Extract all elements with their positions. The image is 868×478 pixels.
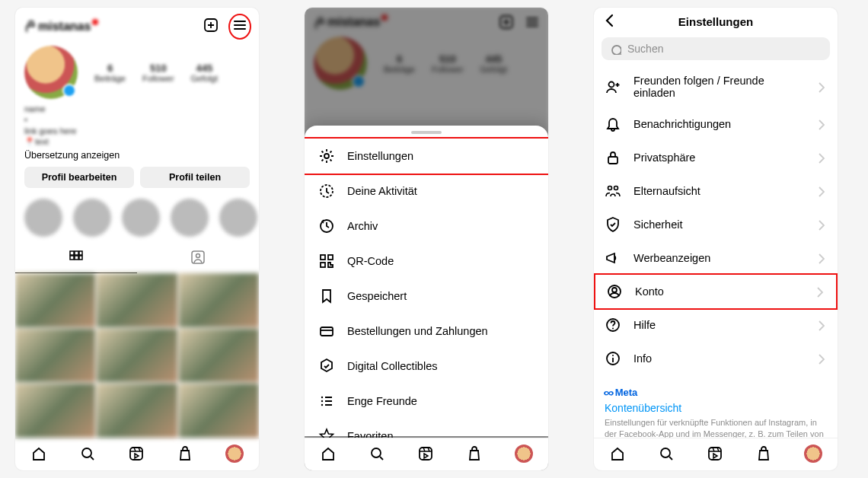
nav-search-icon[interactable] <box>369 445 387 462</box>
nav-search-icon[interactable] <box>79 445 97 462</box>
back-icon[interactable] <box>602 12 618 32</box>
settings-row-help[interactable]: Hilfe <box>594 308 838 342</box>
family-icon <box>605 183 621 199</box>
archive-icon <box>318 218 335 234</box>
chevron-right-icon <box>812 284 825 300</box>
settings-row-label: Konto <box>635 285 664 298</box>
chevron-right-icon <box>813 150 827 166</box>
settings-row-label: Privatsphäre <box>633 151 695 164</box>
bookmark-icon <box>318 288 335 304</box>
menu-item-hex[interactable]: Digital Collectibles <box>305 349 548 384</box>
verified-badge <box>62 84 76 97</box>
settings-row-personplus[interactable]: Freunden folgen / Freunde einladen <box>594 66 838 107</box>
settings-row-label: Sicherheit <box>633 218 682 231</box>
nav-shop-icon[interactable] <box>466 445 484 462</box>
menu-item-label: Deine Aktivität <box>347 185 417 197</box>
nav-home-icon[interactable] <box>30 445 49 462</box>
settings-row-family[interactable]: Elternaufsicht <box>594 174 838 208</box>
stat-posts[interactable]: 6Beiträge <box>94 62 126 83</box>
tab-grid[interactable] <box>15 244 137 273</box>
settings-row-lock[interactable]: Privatsphäre <box>594 141 838 174</box>
chevron-right-icon <box>813 79 827 95</box>
settings-row-label: Elternaufsicht <box>633 185 700 197</box>
info-icon <box>605 350 621 367</box>
create-icon[interactable] <box>203 17 219 37</box>
menu-item-card[interactable]: Bestellungen und Zahlungen <box>305 314 548 349</box>
profile-header: mistanas <box>15 8 259 46</box>
settings-row-label: Freunden folgen / Freunde einladen <box>633 75 801 99</box>
menu-item-activity[interactable]: Deine Aktivität <box>305 174 548 209</box>
settings-list: Freunden folgen / Freunde einladenBenach… <box>594 66 838 438</box>
chevron-right-icon <box>813 250 827 266</box>
bottom-nav <box>15 438 259 470</box>
menu-item-label: Enge Freunde <box>347 395 417 407</box>
screen-settings: Einstellungen Suchen Freunden folgen / F… <box>594 8 838 470</box>
menu-item-bookmark[interactable]: Gespeichert <box>305 279 548 314</box>
meta-description: Einstellungen für verknüpfte Funktionen … <box>605 417 827 438</box>
nav-home-icon[interactable] <box>609 445 627 462</box>
settings-row-label: Hilfe <box>633 319 656 331</box>
meta-logo: Meta <box>605 386 827 399</box>
chevron-right-icon <box>813 116 827 132</box>
bottom-nav <box>305 438 548 470</box>
menu-item-label: Archiv <box>347 220 378 232</box>
menu-item-archive[interactable]: Archiv <box>305 209 548 244</box>
menu-item-gear[interactable]: Einstellungen <box>305 137 548 175</box>
nav-shop-icon[interactable] <box>755 445 774 462</box>
card-icon <box>318 323 335 339</box>
settings-row-account[interactable]: Konto <box>594 273 838 310</box>
highlights-row[interactable] <box>15 196 259 244</box>
settings-row-megaphone[interactable]: Werbeanzeigen <box>594 241 838 275</box>
hex-icon <box>318 358 335 374</box>
username-dropdown[interactable]: mistanas <box>23 18 100 35</box>
account-overview-link[interactable]: Kontenübersicht <box>605 399 827 417</box>
account-icon <box>606 283 623 300</box>
megaphone-icon <box>605 250 621 266</box>
translate-link[interactable]: Übersetzung anzeigen <box>15 147 259 167</box>
settings-row-shield[interactable]: Sicherheit <box>594 208 838 241</box>
stat-following[interactable]: 445Gefolgt <box>191 62 218 83</box>
settings-row-label: Werbeanzeigen <box>633 252 710 264</box>
bottom-nav <box>594 438 838 470</box>
bell-icon <box>605 116 621 132</box>
chevron-right-icon <box>813 351 827 367</box>
lock-icon <box>605 149 621 166</box>
personplus-icon <box>605 78 621 95</box>
menu-item-label: QR-Code <box>347 255 394 267</box>
menu-item-label: Einstellungen <box>347 150 413 162</box>
nav-profile-avatar[interactable] <box>225 445 244 463</box>
sheet-handle[interactable] <box>411 131 442 134</box>
settings-row-bell[interactable]: Benachrichtigungen <box>594 107 838 141</box>
settings-row-info[interactable]: Info <box>594 342 838 375</box>
profile-stats-row: 6Beiträge 510Follower 445Gefolgt <box>15 46 259 104</box>
qr-icon <box>318 253 335 269</box>
nav-shop-icon[interactable] <box>177 445 195 462</box>
posts-grid[interactable] <box>15 273 259 438</box>
edit-profile-button[interactable]: Profil bearbeiten <box>24 167 134 188</box>
menu-item-qr[interactable]: QR-Code <box>305 244 548 279</box>
username-text: mistanas <box>38 20 91 33</box>
hamburger-menu-icon[interactable] <box>228 14 251 40</box>
share-profile-button[interactable]: Profil teilen <box>140 167 250 188</box>
profile-tabs <box>15 244 259 273</box>
nav-home-icon[interactable] <box>320 445 338 462</box>
settings-title: Einstellungen <box>678 15 753 28</box>
settings-header: Einstellungen <box>594 8 838 34</box>
activity-icon <box>318 183 335 199</box>
nav-reels-icon[interactable] <box>417 445 436 462</box>
chevron-right-icon <box>813 217 827 233</box>
menu-item-label: Gespeichert <box>347 290 407 302</box>
stat-followers[interactable]: 510Follower <box>142 62 174 83</box>
nav-profile-avatar[interactable] <box>804 445 822 463</box>
profile-avatar[interactable] <box>24 46 78 99</box>
bottom-sheet: EinstellungenDeine AktivitätArchivQR-Cod… <box>305 126 548 436</box>
nav-search-icon[interactable] <box>658 445 676 462</box>
tab-tagged[interactable] <box>137 244 259 273</box>
nav-reels-icon[interactable] <box>128 445 146 462</box>
notification-dot <box>92 19 98 25</box>
menu-item-list[interactable]: Enge Freunde <box>305 384 548 419</box>
help-icon <box>605 317 621 333</box>
nav-reels-icon[interactable] <box>707 445 725 462</box>
nav-profile-avatar[interactable] <box>515 445 533 463</box>
search-input[interactable]: Suchen <box>602 37 830 60</box>
